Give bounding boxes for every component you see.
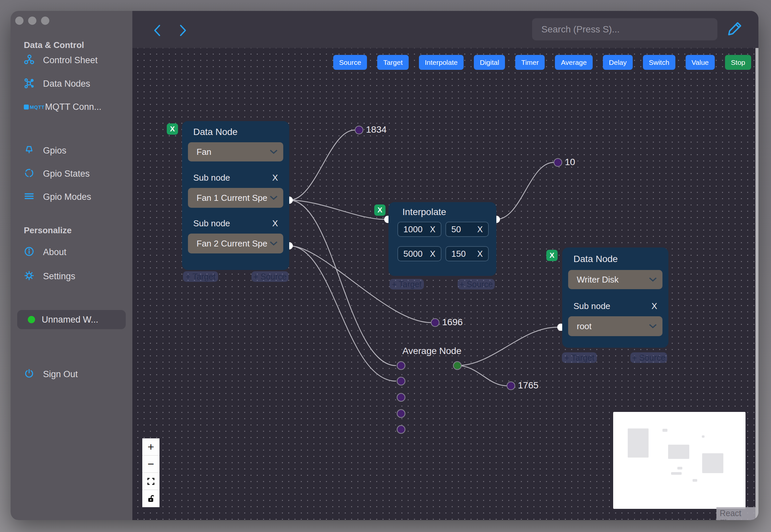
- delete-interpolate-node-button[interactable]: X: [374, 204, 385, 216]
- remove-sub-node-button[interactable]: X: [272, 173, 278, 183]
- remove-sub-node-button[interactable]: X: [652, 301, 657, 311]
- add-target-button[interactable]: Target: [377, 55, 408, 70]
- add-switch-button[interactable]: Switch: [643, 55, 675, 70]
- minimap-node: [671, 472, 682, 475]
- clear-value-button[interactable]: X: [477, 225, 483, 234]
- clear-value-button[interactable]: X: [430, 249, 435, 259]
- interpolate-input-y2[interactable]: 150 X: [445, 246, 489, 261]
- sidebar-item-label: Control Sheet: [43, 55, 98, 66]
- edge-fan1-to-average-1: [289, 200, 396, 366]
- sidebar-item-gpios[interactable]: Gpios: [24, 143, 67, 158]
- edge-value-label: 1834: [366, 124, 386, 135]
- sidebar-item-gpio-modes[interactable]: Gpio Modes: [24, 189, 91, 204]
- writer-sub-select[interactable]: root: [568, 316, 662, 336]
- add-digital-button[interactable]: Digital: [474, 55, 505, 70]
- fan-data-node[interactable]: Data Node Fan Sub node X Fan 1 Current S…: [182, 121, 289, 270]
- sidebar-item-sign-out[interactable]: Sign Out: [24, 367, 78, 382]
- remove-sub-node-button[interactable]: X: [272, 218, 278, 229]
- sub-node-row: Sub node X: [193, 218, 278, 229]
- sidebar-item-label: Gpios: [43, 146, 67, 156]
- interpolate-input-x2[interactable]: 5000 X: [397, 246, 441, 261]
- chevron-down-icon: [649, 277, 657, 282]
- search-input[interactable]: [532, 18, 717, 40]
- vertical-scrollbar[interactable]: [755, 48, 758, 520]
- forward-arrow-icon[interactable]: [177, 23, 189, 37]
- sidebar-item-mqtt[interactable]: MQTT MQTT Conn...: [24, 99, 102, 114]
- average-input-handle-5[interactable]: [397, 425, 405, 433]
- edge-fan2-to-average-2: [289, 246, 396, 381]
- edit-pencil-icon[interactable]: [727, 20, 744, 38]
- edge-average-to-1765: [457, 366, 507, 386]
- add-source-button[interactable]: Source: [333, 55, 367, 70]
- maximize-window-button[interactable]: [41, 17, 49, 25]
- interpolate-node[interactable]: Interpolate 1000 X 50 X 5000 X 150 X: [388, 202, 496, 276]
- add-source-pill[interactable]: + Source: [251, 271, 289, 282]
- lock-button[interactable]: [142, 490, 159, 507]
- window-controls: [15, 17, 49, 25]
- minimap-node: [693, 479, 697, 482]
- app-window: Data & Control Control Sheet: [11, 11, 758, 520]
- fit-view-icon: [147, 477, 155, 485]
- react-flow-attribution[interactable]: React Flow: [716, 507, 758, 520]
- average-input-handle-2[interactable]: [397, 377, 405, 385]
- fit-view-button[interactable]: [142, 473, 159, 490]
- delete-writer-node-button[interactable]: X: [546, 250, 558, 261]
- interpolate-input-y1[interactable]: 50 X: [445, 222, 489, 237]
- add-target-pill[interactable]: + Target: [389, 279, 424, 289]
- chevron-down-icon: [269, 241, 278, 246]
- sidebar-item-control-sheet[interactable]: Control Sheet: [24, 53, 98, 68]
- average-input-handle-1[interactable]: [397, 362, 405, 370]
- add-timer-button[interactable]: Timer: [515, 55, 545, 70]
- clear-value-button[interactable]: X: [430, 225, 435, 234]
- edge-value-label: 1696: [442, 317, 463, 328]
- sidebar-item-gpio-states[interactable]: Gpio States: [24, 166, 90, 181]
- zoom-out-button[interactable]: −: [142, 456, 159, 473]
- gear-icon: [24, 270, 34, 282]
- info-icon: [24, 246, 34, 258]
- average-input-handle-4[interactable]: [397, 410, 405, 418]
- dashed-circle-icon: [24, 168, 34, 180]
- delete-fan-node-button[interactable]: X: [167, 123, 178, 135]
- minimap[interactable]: [613, 412, 746, 509]
- average-input-handle-3[interactable]: [397, 393, 405, 401]
- sidebar-section-data-control: Data & Control: [24, 40, 84, 50]
- add-delay-button[interactable]: Delay: [603, 55, 633, 70]
- canvas-controls: + −: [142, 438, 159, 507]
- add-target-pill[interactable]: + Target: [183, 271, 218, 282]
- sidebar-item-about[interactable]: About: [24, 244, 67, 260]
- chevron-down-icon: [269, 195, 278, 200]
- add-value-button[interactable]: Value: [686, 55, 715, 70]
- mqtt-logo-icon: MQTT: [24, 104, 45, 110]
- stop-button[interactable]: Stop: [725, 55, 751, 70]
- zoom-in-button[interactable]: +: [142, 438, 159, 456]
- sidebar-item-label: MQTT Conn...: [45, 102, 102, 112]
- average-node-label[interactable]: Average Node: [402, 346, 462, 356]
- sidebar-item-workspace-selected[interactable]: Unnamed W...: [17, 310, 126, 329]
- flow-canvas[interactable]: Source Target Interpolate Digital Timer …: [132, 48, 758, 520]
- back-arrow-icon[interactable]: [152, 23, 163, 37]
- writer-type-select[interactable]: Writer Disk: [568, 270, 662, 289]
- minimap-node: [702, 435, 704, 438]
- edge-interpolate-to-10: [496, 162, 554, 219]
- clear-value-button[interactable]: X: [477, 249, 483, 259]
- add-target-pill[interactable]: + Target: [562, 352, 597, 363]
- fan-sub2-select[interactable]: Fan 2 Current Spe: [188, 234, 283, 253]
- node-title: Interpolate: [402, 207, 446, 217]
- interpolate-input-x1[interactable]: 1000 X: [397, 222, 441, 237]
- average-output-handle[interactable]: [453, 362, 461, 370]
- power-icon: [24, 368, 34, 380]
- fan-type-select[interactable]: Fan: [188, 142, 283, 161]
- topbar: [132, 11, 758, 48]
- close-window-button[interactable]: [15, 17, 23, 25]
- fan-sub1-select[interactable]: Fan 1 Current Spe: [188, 188, 283, 208]
- minimize-window-button[interactable]: [28, 17, 36, 25]
- add-source-pill[interactable]: + Source: [458, 279, 495, 289]
- sidebar-item-data-nodes[interactable]: Data Nodes: [24, 76, 90, 91]
- main-area: Source Target Interpolate Digital Timer …: [132, 11, 758, 520]
- add-source-pill[interactable]: + Source: [630, 352, 667, 363]
- sub-node-row: Sub node X: [573, 301, 657, 311]
- add-average-button[interactable]: Average: [555, 55, 593, 70]
- add-interpolate-button[interactable]: Interpolate: [419, 55, 464, 70]
- writer-data-node[interactable]: Data Node Writer Disk Sub node X root: [562, 247, 668, 348]
- sidebar-item-settings[interactable]: Settings: [24, 269, 75, 284]
